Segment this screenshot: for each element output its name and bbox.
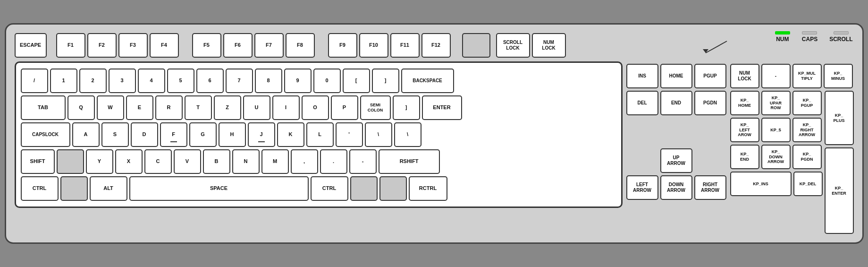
key-win-right[interactable] (350, 176, 378, 201)
key-right-arrow[interactable]: RIGHTARROW (694, 175, 726, 200)
key-kp-right[interactable]: KP_RIGHTARROW (792, 118, 822, 142)
key-v[interactable]: V (174, 149, 201, 174)
key-f5[interactable]: F5 (192, 33, 221, 58)
key-f12[interactable]: F12 (421, 33, 451, 58)
key-pgup[interactable]: PGUP (694, 64, 726, 88)
key-kp-multiply[interactable]: KP_MULTIPLY (792, 64, 822, 88)
key-d[interactable]: D (131, 122, 158, 147)
key-scroll-lock[interactable]: SCROLLLOCK (496, 33, 530, 58)
key-5[interactable]: 5 (167, 69, 194, 93)
key-9[interactable]: 9 (284, 69, 312, 93)
key-f3[interactable]: F3 (118, 33, 148, 58)
key-close-bracket-num[interactable]: ] (372, 69, 399, 93)
key-3[interactable]: 3 (109, 69, 136, 93)
key-backspace[interactable]: BACKSPACE (401, 69, 454, 93)
key-1[interactable]: 1 (50, 69, 77, 93)
key-open-bracket[interactable]: [ (343, 69, 370, 93)
key-numlock[interactable]: NUMLOCK (730, 64, 759, 88)
key-2[interactable]: 2 (79, 69, 107, 93)
key-e[interactable]: E (126, 95, 153, 120)
key-k[interactable]: K (277, 122, 304, 147)
key-kp-pgup[interactable]: KP_PGUP (792, 91, 822, 115)
key-shift-left[interactable]: SHIFT (21, 149, 55, 174)
key-h[interactable]: H (219, 122, 246, 147)
key-kp-home[interactable]: KP_HOME (730, 91, 759, 115)
key-z[interactable]: Z (214, 95, 241, 120)
key-comma[interactable]: , (291, 149, 318, 174)
key-j[interactable]: J (248, 122, 275, 147)
key-pgdn[interactable]: PGDN (694, 91, 726, 115)
key-c[interactable]: C (144, 149, 172, 174)
key-escape[interactable]: ESCAPE (15, 33, 47, 58)
key-g[interactable]: G (189, 122, 217, 147)
key-end[interactable]: END (660, 91, 692, 115)
key-0[interactable]: 0 (313, 69, 341, 93)
key-rshift[interactable]: RSHIFT (379, 149, 440, 174)
key-f4[interactable]: F4 (150, 33, 179, 58)
key-home[interactable]: HOME (660, 64, 692, 88)
key-kp-enter[interactable]: KP_ENTER (825, 147, 854, 234)
key-f10[interactable]: F10 (359, 33, 388, 58)
key-up-arrow[interactable]: UPARROW (660, 148, 692, 173)
key-f11[interactable]: F11 (390, 33, 420, 58)
key-a[interactable]: A (72, 122, 100, 147)
key-f9[interactable]: F9 (328, 33, 357, 58)
key-kp-del[interactable]: KP_DEL (793, 172, 823, 196)
key-f[interactable]: F (160, 122, 187, 147)
key-i[interactable]: I (272, 95, 300, 120)
key-x[interactable]: X (115, 149, 143, 174)
key-f2[interactable]: F2 (87, 33, 117, 58)
key-backslash2[interactable]: \ (394, 122, 421, 147)
key-win-left[interactable] (60, 176, 88, 201)
key-semicolon[interactable]: SEMICOLON (360, 95, 391, 120)
key-f6[interactable]: F6 (223, 33, 253, 58)
key-q[interactable]: Q (67, 95, 95, 120)
key-y[interactable]: Y (86, 149, 113, 174)
key-backslash1[interactable]: \ (365, 122, 392, 147)
key-ctrl-left[interactable]: CTRL (21, 176, 59, 201)
key-r[interactable]: R (155, 95, 183, 120)
key-capslock[interactable]: CAPSLOCK (21, 122, 70, 147)
key-slash[interactable]: / (21, 69, 48, 93)
key-7[interactable]: 7 (226, 69, 253, 93)
key-w[interactable]: W (97, 95, 124, 120)
key-apostrophe[interactable]: ' (336, 122, 363, 147)
key-4[interactable]: 4 (138, 69, 165, 93)
key-rctrl[interactable]: RCTRL (409, 176, 447, 201)
key-b[interactable]: B (203, 149, 230, 174)
key-s[interactable]: S (101, 122, 129, 147)
key-kp-up[interactable]: KP_UPARROW (761, 91, 791, 115)
key-minus[interactable]: - (349, 149, 377, 174)
key-o[interactable]: O (302, 95, 329, 120)
key-num-lock-top[interactable]: NUMLOCK (532, 33, 566, 58)
key-f1[interactable]: F1 (56, 33, 85, 58)
key-kp-end[interactable]: KP_END (730, 145, 759, 169)
key-period[interactable]: . (320, 149, 347, 174)
key-l[interactable]: L (306, 122, 334, 147)
key-enter[interactable]: ENTER (422, 95, 462, 120)
key-tab[interactable]: TAB (21, 95, 66, 120)
key-kp-left[interactable]: KP_LEFTAROW (730, 118, 759, 142)
key-m[interactable]: M (261, 149, 289, 174)
key-kp-minus[interactable]: KP_MINUS (824, 64, 853, 88)
key-8[interactable]: 8 (255, 69, 282, 93)
key-kp-plus[interactable]: KP_PLUS (825, 91, 854, 145)
key-f7[interactable]: F7 (254, 33, 284, 58)
key-n[interactable]: N (232, 149, 260, 174)
key-del[interactable]: DEL (626, 91, 658, 115)
key-ctrl-right-mid[interactable]: CTRL (311, 176, 348, 201)
key-6[interactable]: 6 (196, 69, 224, 93)
key-kp-5[interactable]: KP_5 (761, 118, 791, 142)
key-kp-dash[interactable]: - (761, 64, 791, 88)
key-ins[interactable]: INS (626, 64, 658, 88)
key-u[interactable]: U (243, 95, 270, 120)
key-t[interactable]: T (185, 95, 212, 120)
key-close-bracket[interactable]: ] (393, 95, 420, 120)
key-space[interactable]: SPACE (129, 176, 309, 201)
key-alt-left[interactable]: ALT (90, 176, 127, 201)
key-kp-pgdn[interactable]: KP_PGDN (792, 145, 822, 169)
key-kp-down[interactable]: KP_DOWNARROW (761, 145, 791, 169)
key-left-arrow[interactable]: LEFTARROW (626, 175, 658, 200)
key-p[interactable]: P (331, 95, 358, 120)
key-kp-ins[interactable]: KP_INS (730, 172, 792, 196)
